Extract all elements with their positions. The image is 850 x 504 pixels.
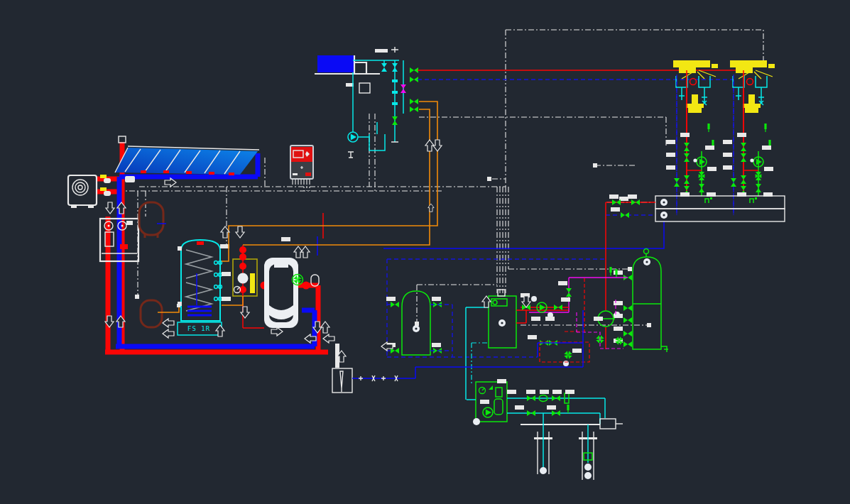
roof-pump-icon (348, 132, 358, 142)
expansion-vessels (139, 202, 182, 327)
plant-piping (415, 202, 628, 400)
solar-transfer-loop (221, 102, 442, 336)
pipe-fitting (125, 176, 135, 182)
controller-button (305, 172, 311, 176)
supply-manifold (655, 196, 785, 209)
fan-coil-unit-1 (666, 60, 718, 215)
pressure-gauge-icon (479, 388, 486, 394)
flow-arrows (105, 202, 530, 351)
geo-pump-icon (483, 407, 493, 417)
buffer-tank-fs1r: FS 1R (178, 240, 231, 335)
roof-tank (317, 55, 354, 72)
storage-tank-tall (633, 257, 661, 349)
mixing-pump-icon (564, 351, 572, 358)
return-manifold (655, 209, 785, 221)
solar-station (233, 245, 264, 328)
roof-assembly (315, 47, 418, 158)
manifolds (606, 195, 785, 221)
geothermal-subsystem (467, 379, 623, 480)
air-vent-icon (119, 136, 126, 143)
cad-model-space[interactable]: FS 1R (0, 0, 850, 504)
safety-valve-icon (401, 84, 406, 93)
buffer-tank-label: FS 1R (187, 325, 210, 332)
schematic-drawing: FS 1R (0, 0, 850, 504)
station-pump-icon (238, 273, 249, 284)
fan-coil-unit-2 (723, 60, 775, 215)
borehole-well-2 (579, 424, 597, 480)
borehole-well-1 (534, 413, 552, 474)
drain-valve-icon (661, 346, 668, 352)
solar-controller (290, 146, 313, 191)
header-end-unit (600, 419, 616, 429)
